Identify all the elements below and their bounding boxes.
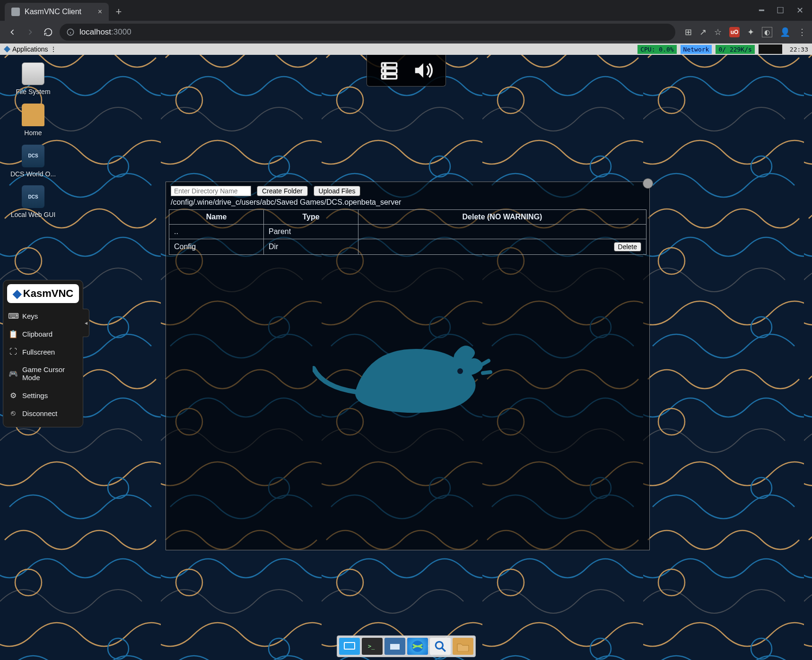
vnc-viewport: Applications ⋮ CPU: 0.0% Network 0/ 229K…	[0, 43, 812, 660]
kasm-item-label: Settings	[22, 391, 48, 399]
kasm-item-game-cursor[interactable]: 🎮 Game Cursor Mode	[3, 361, 83, 386]
globe-icon	[411, 640, 424, 653]
xfce-mouse-icon	[313, 321, 492, 430]
kasm-item-label: Disconnect	[22, 409, 57, 417]
dock-item-files[interactable]	[384, 638, 405, 655]
url-text: localhost:3000	[79, 27, 131, 37]
kasm-item-label: Game Cursor Mode	[22, 365, 77, 382]
upload-files-button[interactable]: Upload Files	[314, 186, 361, 196]
applications-menu-button[interactable]: Applications ⋮	[0, 43, 61, 55]
panel-collapse-handle[interactable]: ◂	[83, 309, 89, 337]
tab-title: KasmVNC Client	[25, 8, 81, 16]
kebab-menu-icon[interactable]: ⋮	[798, 27, 806, 37]
cell-delete	[358, 225, 646, 239]
window-close-icon[interactable]: ✕	[796, 5, 803, 16]
kasm-item-fullscreen[interactable]: ⛶ Fullscreen	[3, 343, 83, 361]
toolbar-icons: ⊞ ↗ ☆ uO ✦ ◐ 👤 ⋮	[680, 27, 806, 37]
svg-point-12	[384, 76, 385, 78]
share-icon[interactable]: ↗	[699, 27, 707, 37]
stat-graph-icon	[759, 44, 782, 54]
svg-point-21	[436, 642, 443, 649]
file-manager-icon	[388, 641, 402, 651]
install-app-icon[interactable]: ⊞	[685, 27, 692, 37]
vnc-overlay-bar	[367, 55, 446, 87]
dock-item-terminal[interactable]: >_	[362, 638, 383, 655]
address-bar[interactable]: localhost:3000	[60, 24, 675, 41]
site-info-icon[interactable]	[66, 28, 75, 36]
window-minimize-icon[interactable]: ━	[759, 5, 764, 16]
xfce-logo-icon	[4, 46, 10, 52]
dcs-icon: DCS	[22, 145, 44, 167]
network-label: Network	[681, 45, 712, 54]
magnifier-icon	[434, 640, 446, 652]
header-delete: Delete (NO WARNING)	[358, 210, 646, 225]
kasm-item-disconnect[interactable]: ⎋ Disconnect	[3, 404, 83, 422]
ublock-extension-icon[interactable]: uO	[729, 27, 740, 37]
desktop-icon-filesystem[interactable]: File System	[9, 62, 57, 96]
browser-tab[interactable]: KasmVNC Client ×	[5, 3, 109, 21]
keyboard-icon: ⌨	[9, 312, 17, 320]
cell-delete: Delete	[358, 239, 646, 255]
volume-icon[interactable]	[412, 60, 434, 81]
desktop-icon-local-web-gui[interactable]: DCS Local Web GUI	[9, 185, 57, 219]
desktop-icon-label: File System	[9, 88, 57, 96]
browser-titlebar: KasmVNC Client × + ━ ☐ ✕	[0, 0, 812, 21]
file-manager-body	[166, 255, 649, 520]
directory-name-input[interactable]	[171, 186, 251, 196]
system-stats: CPU: 0.0% Network 0/ 229K/s 22:33	[637, 43, 812, 55]
nav-forward-button[interactable]	[24, 26, 37, 39]
kasm-item-label: Clipboard	[22, 330, 52, 338]
window-close-handle[interactable]	[643, 178, 653, 189]
kasm-item-settings[interactable]: ⚙ Settings	[3, 386, 83, 404]
panel-separator-icon: ⋮	[50, 45, 57, 53]
create-folder-button[interactable]: Create Folder	[257, 186, 308, 196]
kasm-item-keys[interactable]: ⌨ Keys	[3, 307, 83, 325]
disconnect-icon: ⎋	[9, 409, 17, 417]
panel-clock: 22:33	[786, 46, 812, 53]
desktop-icon-dcs-world[interactable]: DCS DCS World O...	[9, 145, 57, 178]
tab-close-icon[interactable]: ×	[98, 8, 102, 16]
header-type: Type	[264, 210, 358, 225]
dock-item-show-desktop[interactable]	[339, 638, 360, 655]
desktop-icon-label: Home	[9, 129, 57, 137]
table-row-parent[interactable]: .. Parent	[169, 225, 646, 239]
nav-reload-button[interactable]	[42, 26, 55, 39]
table-row-config[interactable]: Config Dir Delete	[169, 239, 646, 255]
file-manager-window: Create Folder Upload Files /config/.wine…	[166, 182, 650, 550]
file-manager-toolbar: Create Folder Upload Files	[166, 182, 649, 198]
extension-toggle-icon[interactable]: ◐	[762, 27, 772, 37]
folder-icon	[456, 641, 470, 651]
file-table: Name Type Delete (NO WARNING) .. Parent …	[169, 209, 646, 255]
dock-item-browser[interactable]	[407, 638, 428, 655]
current-path: /config/.wine/drive_c/users/abc/Saved Ga…	[166, 198, 649, 209]
new-tab-button[interactable]: +	[112, 5, 126, 19]
tab-favicon	[11, 8, 20, 16]
dock-item-home-folder[interactable]	[453, 638, 473, 655]
svg-point-10	[384, 64, 385, 66]
kasm-item-clipboard[interactable]: 📋 Clipboard	[3, 325, 83, 343]
window-maximize-icon[interactable]: ☐	[777, 5, 784, 16]
svg-rect-15	[345, 643, 354, 649]
folder-icon	[22, 104, 44, 126]
delete-button[interactable]: Delete	[614, 242, 641, 252]
applications-label: Applications	[12, 45, 48, 53]
bookmark-star-icon[interactable]: ☆	[714, 27, 722, 37]
kasmvnc-logo: ◆ KasmVNC	[7, 284, 79, 303]
cpu-stat: CPU: 0.0%	[637, 45, 676, 54]
network-value: 0/ 229K/s	[716, 45, 754, 54]
terminal-icon: >_	[366, 641, 379, 651]
xfce-dock: >_	[337, 635, 476, 657]
svg-rect-19	[390, 644, 400, 650]
nav-back-button[interactable]	[6, 26, 19, 39]
gamepad-icon: 🎮	[9, 369, 17, 378]
gear-icon: ⚙	[9, 391, 17, 399]
dock-item-search[interactable]	[430, 638, 451, 655]
profile-avatar-icon[interactable]: 👤	[780, 27, 790, 37]
svg-text:>_: >_	[368, 643, 375, 650]
cell-name: ..	[169, 225, 264, 239]
server-rack-icon[interactable]	[378, 60, 400, 81]
kasm-item-label: Keys	[22, 312, 38, 320]
extensions-puzzle-icon[interactable]: ✦	[747, 27, 754, 37]
desktop-icon-home[interactable]: Home	[9, 104, 57, 137]
kasm-logo-icon: ◆	[13, 287, 21, 300]
